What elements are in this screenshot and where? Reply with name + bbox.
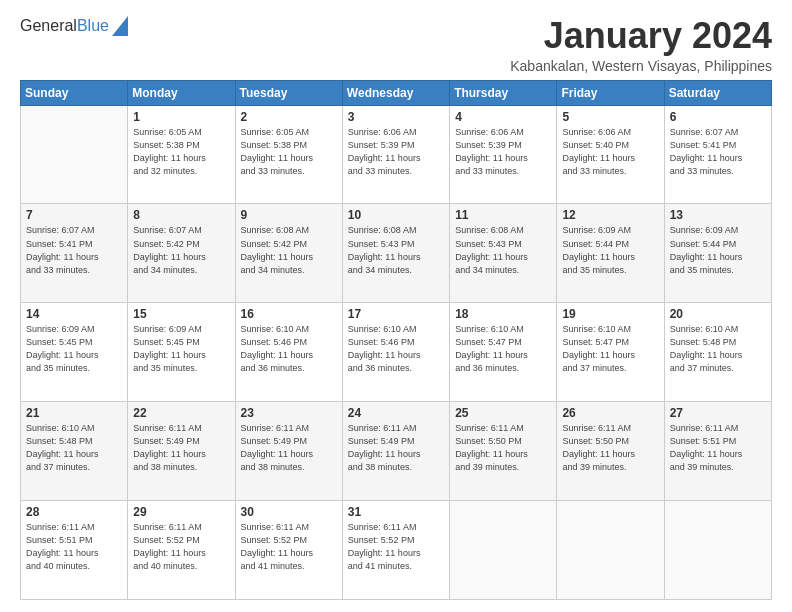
day-number: 23 [241, 406, 337, 420]
day-number: 10 [348, 208, 444, 222]
day-number: 20 [670, 307, 766, 321]
logo-triangle-icon [112, 16, 128, 36]
table-row: 10Sunrise: 6:08 AMSunset: 5:43 PMDayligh… [342, 204, 449, 303]
day-info: Sunrise: 6:05 AMSunset: 5:38 PMDaylight:… [241, 126, 337, 178]
day-info: Sunrise: 6:08 AMSunset: 5:43 PMDaylight:… [455, 224, 551, 276]
col-friday: Friday [557, 80, 664, 105]
day-info: Sunrise: 6:11 AMSunset: 5:49 PMDaylight:… [241, 422, 337, 474]
day-number: 6 [670, 110, 766, 124]
day-number: 13 [670, 208, 766, 222]
day-info: Sunrise: 6:10 AMSunset: 5:46 PMDaylight:… [241, 323, 337, 375]
day-number: 27 [670, 406, 766, 420]
day-info: Sunrise: 6:05 AMSunset: 5:38 PMDaylight:… [133, 126, 229, 178]
day-number: 21 [26, 406, 122, 420]
day-info: Sunrise: 6:09 AMSunset: 5:45 PMDaylight:… [133, 323, 229, 375]
day-number: 5 [562, 110, 658, 124]
header: GeneralBlue January 2024 Kabankalan, Wes… [20, 16, 772, 74]
day-info: Sunrise: 6:10 AMSunset: 5:47 PMDaylight:… [455, 323, 551, 375]
day-info: Sunrise: 6:11 AMSunset: 5:51 PMDaylight:… [670, 422, 766, 474]
table-row: 2Sunrise: 6:05 AMSunset: 5:38 PMDaylight… [235, 105, 342, 204]
day-number: 3 [348, 110, 444, 124]
table-row [664, 501, 771, 600]
day-number: 8 [133, 208, 229, 222]
day-number: 28 [26, 505, 122, 519]
table-row: 6Sunrise: 6:07 AMSunset: 5:41 PMDaylight… [664, 105, 771, 204]
table-row: 15Sunrise: 6:09 AMSunset: 5:45 PMDayligh… [128, 303, 235, 402]
table-row: 20Sunrise: 6:10 AMSunset: 5:48 PMDayligh… [664, 303, 771, 402]
svg-marker-0 [112, 16, 128, 36]
day-number: 15 [133, 307, 229, 321]
day-number: 26 [562, 406, 658, 420]
table-row: 19Sunrise: 6:10 AMSunset: 5:47 PMDayligh… [557, 303, 664, 402]
day-info: Sunrise: 6:06 AMSunset: 5:39 PMDaylight:… [455, 126, 551, 178]
day-number: 4 [455, 110, 551, 124]
day-number: 29 [133, 505, 229, 519]
table-row: 23Sunrise: 6:11 AMSunset: 5:49 PMDayligh… [235, 402, 342, 501]
day-number: 11 [455, 208, 551, 222]
day-info: Sunrise: 6:09 AMSunset: 5:44 PMDaylight:… [670, 224, 766, 276]
day-info: Sunrise: 6:08 AMSunset: 5:43 PMDaylight:… [348, 224, 444, 276]
table-row: 11Sunrise: 6:08 AMSunset: 5:43 PMDayligh… [450, 204, 557, 303]
table-row: 16Sunrise: 6:10 AMSunset: 5:46 PMDayligh… [235, 303, 342, 402]
table-row: 12Sunrise: 6:09 AMSunset: 5:44 PMDayligh… [557, 204, 664, 303]
col-wednesday: Wednesday [342, 80, 449, 105]
day-info: Sunrise: 6:06 AMSunset: 5:39 PMDaylight:… [348, 126, 444, 178]
day-info: Sunrise: 6:11 AMSunset: 5:49 PMDaylight:… [133, 422, 229, 474]
table-row [557, 501, 664, 600]
table-row: 8Sunrise: 6:07 AMSunset: 5:42 PMDaylight… [128, 204, 235, 303]
day-number: 7 [26, 208, 122, 222]
table-row: 9Sunrise: 6:08 AMSunset: 5:42 PMDaylight… [235, 204, 342, 303]
month-title: January 2024 [510, 16, 772, 56]
day-number: 12 [562, 208, 658, 222]
col-tuesday: Tuesday [235, 80, 342, 105]
day-number: 24 [348, 406, 444, 420]
day-info: Sunrise: 6:07 AMSunset: 5:41 PMDaylight:… [670, 126, 766, 178]
table-row: 26Sunrise: 6:11 AMSunset: 5:50 PMDayligh… [557, 402, 664, 501]
day-info: Sunrise: 6:09 AMSunset: 5:45 PMDaylight:… [26, 323, 122, 375]
table-row: 3Sunrise: 6:06 AMSunset: 5:39 PMDaylight… [342, 105, 449, 204]
title-block: January 2024 Kabankalan, Western Visayas… [510, 16, 772, 74]
day-info: Sunrise: 6:10 AMSunset: 5:47 PMDaylight:… [562, 323, 658, 375]
table-row: 18Sunrise: 6:10 AMSunset: 5:47 PMDayligh… [450, 303, 557, 402]
table-row [450, 501, 557, 600]
table-row: 31Sunrise: 6:11 AMSunset: 5:52 PMDayligh… [342, 501, 449, 600]
day-number: 9 [241, 208, 337, 222]
day-number: 18 [455, 307, 551, 321]
day-number: 17 [348, 307, 444, 321]
table-row: 24Sunrise: 6:11 AMSunset: 5:49 PMDayligh… [342, 402, 449, 501]
location-title: Kabankalan, Western Visayas, Philippines [510, 58, 772, 74]
day-info: Sunrise: 6:09 AMSunset: 5:44 PMDaylight:… [562, 224, 658, 276]
day-info: Sunrise: 6:11 AMSunset: 5:52 PMDaylight:… [241, 521, 337, 573]
day-number: 2 [241, 110, 337, 124]
calendar-table: Sunday Monday Tuesday Wednesday Thursday… [20, 80, 772, 600]
day-info: Sunrise: 6:11 AMSunset: 5:52 PMDaylight:… [348, 521, 444, 573]
day-number: 16 [241, 307, 337, 321]
table-row: 28Sunrise: 6:11 AMSunset: 5:51 PMDayligh… [21, 501, 128, 600]
table-row: 30Sunrise: 6:11 AMSunset: 5:52 PMDayligh… [235, 501, 342, 600]
day-info: Sunrise: 6:07 AMSunset: 5:41 PMDaylight:… [26, 224, 122, 276]
day-number: 14 [26, 307, 122, 321]
col-monday: Monday [128, 80, 235, 105]
day-info: Sunrise: 6:11 AMSunset: 5:50 PMDaylight:… [455, 422, 551, 474]
table-row: 17Sunrise: 6:10 AMSunset: 5:46 PMDayligh… [342, 303, 449, 402]
day-number: 1 [133, 110, 229, 124]
col-sunday: Sunday [21, 80, 128, 105]
logo-blue-text: Blue [77, 17, 109, 35]
day-number: 22 [133, 406, 229, 420]
table-row: 7Sunrise: 6:07 AMSunset: 5:41 PMDaylight… [21, 204, 128, 303]
day-info: Sunrise: 6:08 AMSunset: 5:42 PMDaylight:… [241, 224, 337, 276]
day-number: 19 [562, 307, 658, 321]
table-row: 25Sunrise: 6:11 AMSunset: 5:50 PMDayligh… [450, 402, 557, 501]
table-row: 29Sunrise: 6:11 AMSunset: 5:52 PMDayligh… [128, 501, 235, 600]
page: GeneralBlue January 2024 Kabankalan, Wes… [0, 0, 792, 612]
col-saturday: Saturday [664, 80, 771, 105]
table-row: 13Sunrise: 6:09 AMSunset: 5:44 PMDayligh… [664, 204, 771, 303]
day-info: Sunrise: 6:10 AMSunset: 5:48 PMDaylight:… [26, 422, 122, 474]
table-row: 21Sunrise: 6:10 AMSunset: 5:48 PMDayligh… [21, 402, 128, 501]
day-info: Sunrise: 6:11 AMSunset: 5:50 PMDaylight:… [562, 422, 658, 474]
day-number: 30 [241, 505, 337, 519]
table-row: 14Sunrise: 6:09 AMSunset: 5:45 PMDayligh… [21, 303, 128, 402]
logo-general-text: General [20, 17, 77, 35]
day-info: Sunrise: 6:11 AMSunset: 5:51 PMDaylight:… [26, 521, 122, 573]
day-number: 31 [348, 505, 444, 519]
